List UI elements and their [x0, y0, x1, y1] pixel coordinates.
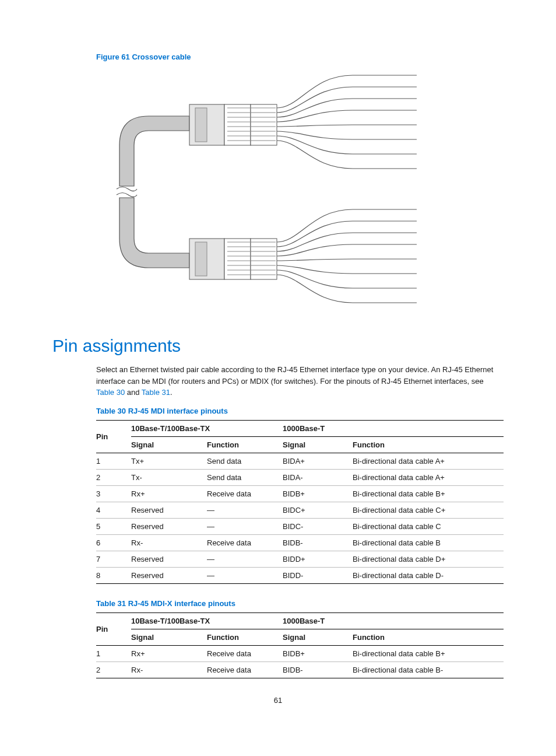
cell-funA: Send data	[207, 469, 283, 485]
cell-funB: Bi-directional data cable B+	[353, 485, 504, 502]
col-function-a: Function	[207, 436, 283, 453]
cell-sigB: BIDC-	[283, 518, 353, 534]
cell-sigA: Tx-	[131, 469, 207, 485]
cell-funA: —	[207, 518, 283, 534]
col-group-a: 10Base-T/100Base-TX	[131, 612, 283, 629]
col-signal-b: Signal	[283, 436, 353, 453]
table-row: 4Reserved—BIDC+Bi-directional data cable…	[96, 502, 504, 518]
col-group-b: 1000Base-T	[283, 420, 504, 436]
cell-sigA: Reserved	[131, 551, 207, 567]
figure-crossover-cable	[108, 69, 504, 316]
table-row: 2Tx-Send dataBIDA-Bi-directional data ca…	[96, 469, 504, 485]
table-row: 7Reserved—BIDD+Bi-directional data cable…	[96, 551, 504, 567]
col-signal-b: Signal	[283, 629, 353, 645]
svg-rect-2	[224, 104, 251, 145]
table-row: 8Reserved—BIDD-Bi-directional data cable…	[96, 567, 504, 583]
col-function-b: Function	[353, 629, 504, 645]
cell-sigA: Rx+	[131, 645, 207, 662]
cell-funB: Bi-directional data cable C+	[353, 502, 504, 518]
cell-sigB: BIDB-	[283, 662, 353, 678]
paragraph-text: Select an Ethernet twisted pair cable ac…	[96, 365, 493, 386]
table-31: Pin 10Base-T/100Base-TX 1000Base-T Signa…	[96, 612, 504, 678]
cell-funB: Bi-directional data cable A+	[353, 453, 504, 469]
cell-sigB: BIDA+	[283, 453, 353, 469]
cell-sigB: BIDB+	[283, 645, 353, 662]
paragraph-text: .	[170, 388, 173, 397]
cell-pin: 7	[96, 551, 131, 567]
table-row: 2Rx-Receive dataBIDB-Bi-directional data…	[96, 662, 504, 678]
col-function-a: Function	[207, 629, 283, 645]
svg-rect-23	[251, 239, 277, 279]
paragraph-text: and	[125, 388, 142, 397]
cell-pin: 1	[96, 453, 131, 469]
rj45-connector-top-icon	[189, 104, 277, 145]
crossover-cable-diagram	[108, 69, 434, 314]
cell-sigB: BIDD-	[283, 567, 353, 583]
svg-rect-3	[251, 104, 277, 145]
cell-funA: Receive data	[207, 662, 283, 678]
cell-pin: 5	[96, 518, 131, 534]
cell-pin: 2	[96, 662, 131, 678]
table-row: 6Rx-Receive dataBIDB-Bi-directional data…	[96, 534, 504, 551]
cell-sigA: Rx+	[131, 485, 207, 502]
rj45-connector-bottom-icon	[189, 239, 277, 279]
col-group-b: 1000Base-T	[283, 612, 504, 629]
col-pin: Pin	[96, 420, 131, 453]
cell-funA: Receive data	[207, 485, 283, 502]
cell-sigA: Reserved	[131, 567, 207, 583]
page: Figure 61 Crossover cable	[0, 0, 556, 722]
col-function-b: Function	[353, 436, 504, 453]
cell-funA: —	[207, 567, 283, 583]
cell-funA: Send data	[207, 453, 283, 469]
cell-funA: —	[207, 502, 283, 518]
cell-funB: Bi-directional data cable D-	[353, 567, 504, 583]
section-heading: Pin assignments	[52, 336, 504, 356]
cell-funB: Bi-directional data cable B+	[353, 645, 504, 662]
cell-funB: Bi-directional data cable B	[353, 534, 504, 551]
col-signal-a: Signal	[131, 436, 207, 453]
cell-pin: 2	[96, 469, 131, 485]
cell-funB: Bi-directional data cable C	[353, 518, 504, 534]
cell-sigB: BIDA-	[283, 469, 353, 485]
cell-sigA: Rx-	[131, 534, 207, 551]
table-row: 3Rx+Receive dataBIDB+Bi-directional data…	[96, 485, 504, 502]
table-row: 1Tx+Send dataBIDA+Bi-directional data ca…	[96, 453, 504, 469]
cell-sigB: BIDB+	[283, 485, 353, 502]
cell-pin: 1	[96, 645, 131, 662]
cell-funB: Bi-directional data cable A+	[353, 469, 504, 485]
table-30-link[interactable]: Table 30	[96, 388, 125, 397]
intro-paragraph: Select an Ethernet twisted pair cable ac…	[96, 364, 504, 398]
cell-sigA: Reserved	[131, 502, 207, 518]
cell-sigA: Reserved	[131, 518, 207, 534]
svg-rect-22	[224, 239, 251, 279]
cell-sigA: Rx-	[131, 662, 207, 678]
cell-pin: 4	[96, 502, 131, 518]
svg-rect-21	[195, 242, 207, 276]
cell-sigA: Tx+	[131, 453, 207, 469]
table-31-link[interactable]: Table 31	[142, 388, 170, 397]
table-row: 1Rx+Receive dataBIDB+Bi-directional data…	[96, 645, 504, 662]
page-number: 61	[52, 696, 504, 705]
col-group-a: 10Base-T/100Base-TX	[131, 420, 283, 436]
figure-caption: Figure 61 Crossover cable	[96, 52, 504, 61]
cell-funA: Receive data	[207, 534, 283, 551]
cell-funB: Bi-directional data cable B-	[353, 662, 504, 678]
cell-funA: —	[207, 551, 283, 567]
cell-funA: Receive data	[207, 645, 283, 662]
cell-pin: 3	[96, 485, 131, 502]
col-signal-a: Signal	[131, 629, 207, 645]
cell-funB: Bi-directional data cable D+	[353, 551, 504, 567]
table-row: 5Reserved—BIDC-Bi-directional data cable…	[96, 518, 504, 534]
svg-rect-1	[195, 108, 207, 142]
table-31-caption: Table 31 RJ-45 MDI-X interface pinouts	[96, 599, 504, 608]
table-30: Pin 10Base-T/100Base-TX 1000Base-T Signa…	[96, 420, 504, 584]
cell-sigB: BIDB-	[283, 534, 353, 551]
cell-pin: 8	[96, 567, 131, 583]
cell-sigB: BIDC+	[283, 502, 353, 518]
col-pin: Pin	[96, 612, 131, 645]
cell-sigB: BIDD+	[283, 551, 353, 567]
cell-pin: 6	[96, 534, 131, 551]
table-30-caption: Table 30 RJ-45 MDI interface pinouts	[96, 407, 504, 415]
